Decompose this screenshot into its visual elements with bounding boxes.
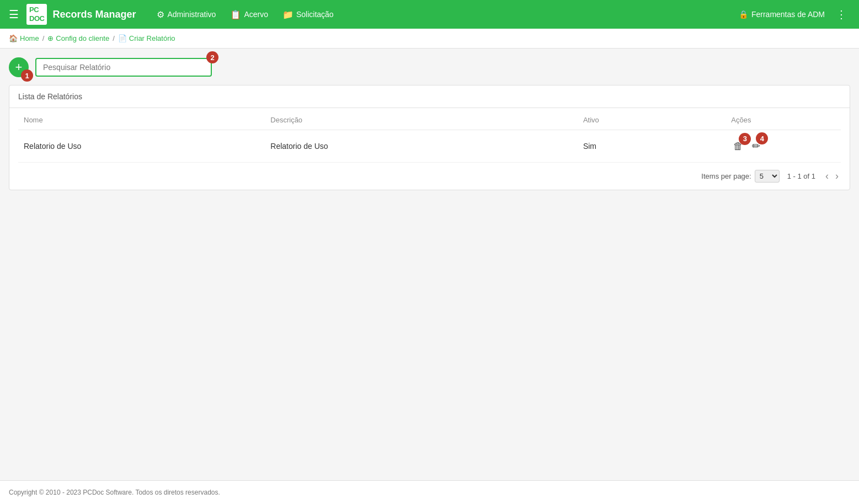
items-per-page-label: Items per page: <box>701 172 751 180</box>
cell-nome: Relatorio de Uso <box>18 130 265 163</box>
breadcrumb-sep-2: / <box>113 34 115 42</box>
logo: PC DOC <box>26 4 47 24</box>
table-header: Lista de Relatórios <box>9 85 850 108</box>
toolbar: + 1 2 <box>9 57 850 77</box>
footer-text: Copyright © 2010 - 2023 PCDoc Software. … <box>9 489 220 496</box>
cell-acoes: 🗑 3 ✏ 4 <box>725 130 841 163</box>
table-wrapper: Nome Descrição Ativo Ações Relatorio de … <box>9 108 850 163</box>
more-options-icon[interactable]: ⋮ <box>833 6 850 23</box>
prev-page-button[interactable]: ‹ <box>823 169 831 183</box>
table-header-row: Nome Descrição Ativo Ações <box>18 108 841 130</box>
top-navigation: ☰ PC DOC Records Manager ⚙ Administrativ… <box>0 0 859 29</box>
cell-descricao: Relatorio de Uso <box>265 130 578 163</box>
hamburger-menu[interactable]: ☰ <box>9 8 19 21</box>
section-title: Lista de Relatórios <box>18 92 82 101</box>
trash-icon: 🗑 <box>733 141 743 152</box>
admin-tools-label: Ferramentas de ADM <box>751 10 825 19</box>
nav-solicitacao-label: Solicitação <box>296 10 334 19</box>
nav-administrativo[interactable]: ⚙ Administrativo <box>151 6 221 23</box>
reports-table: Nome Descrição Ativo Ações Relatorio de … <box>18 108 841 163</box>
config-icon: ⊕ <box>47 34 54 42</box>
nav-acervo-label: Acervo <box>244 10 268 19</box>
pagination-info: 1 - 1 of 1 <box>787 172 815 180</box>
breadcrumb-sep-1: / <box>42 34 45 42</box>
admin-tools-button[interactable]: 🔒 Ferramentas de ADM <box>739 10 825 19</box>
breadcrumb-criar[interactable]: 📄 Criar Relatório <box>118 34 175 42</box>
footer: Copyright © 2010 - 2023 PCDoc Software. … <box>0 480 859 504</box>
items-per-page: Items per page: 5 10 25 50 <box>701 170 779 183</box>
next-page-button[interactable]: › <box>833 169 841 183</box>
edit-button[interactable]: ✏ <box>750 138 762 154</box>
delete-button[interactable]: 🗑 <box>731 138 745 154</box>
per-page-select[interactable]: 5 10 25 50 <box>755 170 780 183</box>
document-icon: 📄 <box>118 34 127 42</box>
lock-icon: 🔒 <box>739 10 748 19</box>
app-title: Records Manager <box>52 9 136 20</box>
breadcrumb-home[interactable]: 🏠 Home <box>9 34 39 42</box>
search-wrapper: 2 <box>35 58 212 77</box>
breadcrumb-config[interactable]: ⊕ Config do cliente <box>47 34 109 42</box>
action-buttons: 🗑 3 ✏ 4 <box>731 138 835 154</box>
logo-box: PC DOC <box>26 4 47 24</box>
nav-right: 🔒 Ferramentas de ADM ⋮ <box>739 6 850 23</box>
breadcrumb: 🏠 Home / ⊕ Config do cliente / 📄 Criar R… <box>0 29 859 49</box>
nav-administrativo-label: Administrativo <box>167 10 216 19</box>
breadcrumb-criar-label: Criar Relatório <box>129 34 175 42</box>
col-header-descricao: Descrição <box>265 108 578 130</box>
breadcrumb-home-label: Home <box>20 34 39 42</box>
table-row: Relatorio de Uso Relatorio de Uso Sim 🗑 … <box>18 130 841 163</box>
table-card: Lista de Relatórios Nome Descrição Ativo… <box>9 85 850 190</box>
nav-acervo[interactable]: 📋 Acervo <box>225 6 274 23</box>
search-input[interactable] <box>35 58 212 77</box>
col-header-nome: Nome <box>18 108 265 130</box>
clipboard-icon: 📋 <box>230 9 241 20</box>
breadcrumb-config-label: Config do cliente <box>56 34 109 42</box>
pagination-row: Items per page: 5 10 25 50 1 - 1 of 1 ‹ … <box>9 163 850 190</box>
main-content: + 1 2 Lista de Relatórios Nome Descrição… <box>0 49 859 480</box>
add-button[interactable]: + <box>9 57 29 77</box>
home-icon: 🏠 <box>9 34 18 42</box>
cell-ativo: Sim <box>578 130 725 163</box>
pencil-icon: ✏ <box>752 140 760 152</box>
nav-menu: ⚙ Administrativo 📋 Acervo 📁 Solicitação <box>151 6 738 23</box>
gear-icon: ⚙ <box>157 9 164 20</box>
col-header-acoes: Ações <box>725 108 841 130</box>
col-header-ativo: Ativo <box>578 108 725 130</box>
folder-icon: 📁 <box>282 9 294 20</box>
nav-solicitacao[interactable]: 📁 Solicitação <box>277 6 339 23</box>
pagination-nav: ‹ › <box>823 169 841 183</box>
